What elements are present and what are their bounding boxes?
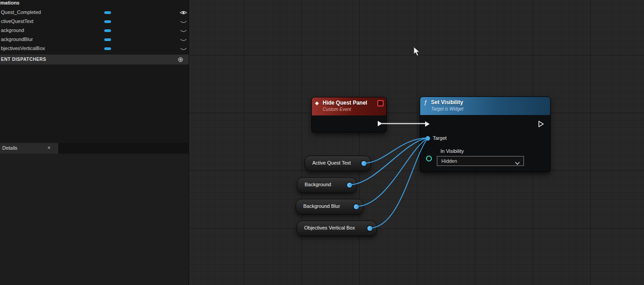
eye-closed-icon[interactable] (180, 18, 187, 25)
variable-name: ackgroundBlur (1, 37, 33, 42)
getter-node-objectives-vertical-box[interactable]: Objectives Vertical Box (297, 221, 377, 236)
tab-details[interactable]: Details × (0, 143, 58, 154)
getter-label: Active Quest Text (312, 160, 351, 165)
object-output-pin[interactable] (347, 183, 352, 188)
variable-row[interactable]: bjectivesVerticalBox (0, 44, 189, 53)
getter-node-background-blur[interactable]: Background Blur (296, 199, 363, 215)
details-panel-body (0, 154, 189, 285)
chevron-down-icon (515, 159, 520, 164)
blueprint-editor: imations Quest_Completed ctiveQuestText … (0, 0, 644, 285)
exec-output-pin[interactable] (377, 120, 383, 127)
exec-output-pin[interactable] (538, 121, 544, 127)
variable-row[interactable]: ctiveQuestText (0, 17, 189, 26)
variable-row[interactable]: ackground (0, 26, 189, 35)
event-binding-icon[interactable] (377, 100, 384, 106)
set-visibility-subtitle: Target is Widget (431, 106, 463, 111)
variable-type-pill[interactable] (104, 20, 111, 23)
details-tab-strip: Details × (0, 143, 189, 154)
eye-closed-icon[interactable] (180, 27, 187, 34)
set-visibility-node[interactable]: ƒ Set Visibility Target is Widget Target… (420, 97, 551, 172)
details-tab-label: Details (2, 145, 18, 151)
variable-type-pill[interactable] (104, 47, 111, 50)
getter-label: Objectives Vertical Box (304, 225, 355, 230)
visibility-dropdown-value: Hidden (441, 158, 457, 164)
in-visibility-pin-label: In Visibility (440, 148, 464, 154)
object-output-pin[interactable] (354, 204, 359, 209)
variable-type-pill[interactable] (104, 11, 111, 14)
variable-row[interactable]: Quest_Completed (0, 8, 189, 17)
my-blueprint-panel: imations Quest_Completed ctiveQuestText … (0, 0, 189, 285)
variable-type-pill[interactable] (104, 38, 111, 41)
custom-event-title: Hide Quest Panel (323, 100, 367, 106)
eye-closed-icon[interactable] (180, 36, 187, 43)
object-output-pin[interactable] (361, 161, 366, 166)
getter-node-background[interactable]: Background (297, 177, 357, 193)
variable-name: bjectivesVerticalBox (1, 46, 45, 51)
graph-canvas[interactable] (189, 0, 644, 285)
eye-open-icon[interactable] (180, 9, 187, 16)
event-dispatchers-label: ENT DISPATCHERS (1, 57, 46, 62)
variable-name: ackground (1, 28, 24, 33)
variable-type-pill[interactable] (104, 29, 111, 32)
close-icon[interactable]: × (47, 145, 51, 151)
set-visibility-title: Set Visibility (431, 99, 463, 106)
variable-name: ctiveQuestText (1, 18, 33, 24)
getter-node-active-quest-text[interactable]: Active Quest Text (305, 156, 371, 171)
eye-closed-icon[interactable] (180, 45, 187, 52)
in-visibility-enum-pin[interactable] (426, 156, 432, 161)
getter-label: Background (305, 182, 331, 187)
add-dispatcher-icon[interactable]: ⊕ (176, 55, 185, 64)
custom-event-subtitle: Custom Event (323, 107, 351, 112)
exec-input-pin[interactable] (425, 121, 430, 127)
visibility-dropdown[interactable]: Hidden (437, 156, 524, 166)
custom-event-node[interactable]: ◆ Hide Quest Panel Custom Event (311, 97, 387, 133)
target-pin-label: Target (433, 135, 447, 141)
custom-event-icon: ◆ (315, 100, 319, 106)
target-input-pin[interactable] (426, 136, 430, 141)
event-dispatchers-section[interactable]: ENT DISPATCHERS ⊕ (0, 55, 189, 64)
animations-section-label: imations (0, 0, 19, 5)
object-output-pin[interactable] (367, 226, 372, 231)
set-visibility-node-header[interactable]: ƒ Set Visibility Target is Widget (420, 97, 550, 115)
custom-event-node-header[interactable]: ◆ Hide Quest Panel Custom Event (312, 97, 386, 115)
variable-row[interactable]: ackgroundBlur (0, 35, 189, 44)
variable-name: Quest_Completed (1, 9, 41, 15)
getter-label: Background Blur (303, 203, 340, 209)
function-icon: ƒ (424, 99, 427, 106)
